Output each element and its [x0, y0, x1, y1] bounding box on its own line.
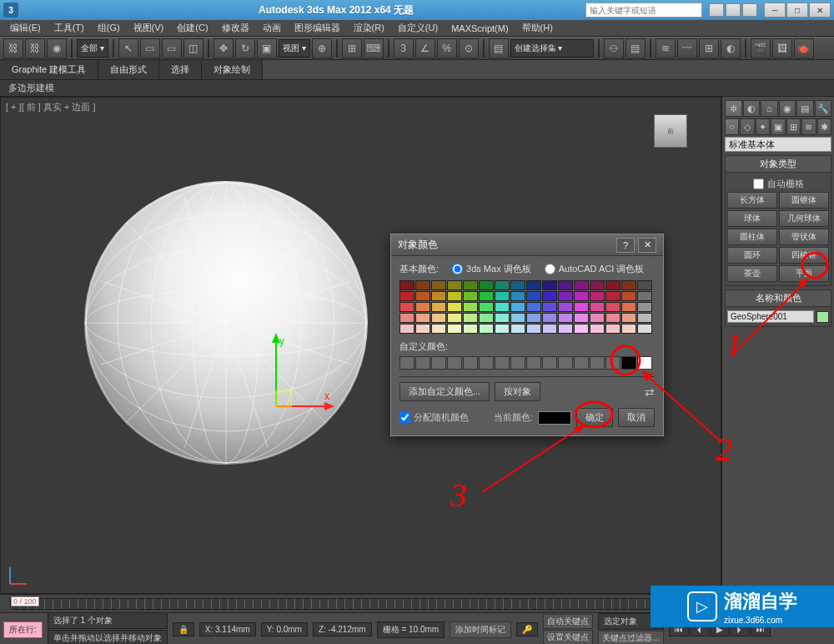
hierarchy-tab-icon[interactable]: ⌂	[761, 100, 778, 117]
current-color-swatch[interactable]	[538, 411, 571, 425]
help-icon[interactable]	[709, 3, 724, 17]
add-custom-button[interactable]: 添加自定义颜色...	[399, 382, 490, 401]
object-color-swatch[interactable]	[816, 311, 829, 323]
menu-item[interactable]: 动画	[256, 22, 288, 34]
add-time-tag-button[interactable]: 添加时间标记	[450, 621, 511, 638]
selection-filter-dropdown[interactable]: 全部 ▾	[77, 39, 108, 58]
autokey-button[interactable]: 自动关键点	[543, 614, 593, 629]
viewport-label[interactable]: [ + ][ 前 ] 真实 + 边面 ]	[6, 101, 96, 113]
object-name-input[interactable]	[727, 310, 814, 323]
close-icon[interactable]: ✕	[638, 238, 656, 253]
display-tab-icon[interactable]: ▤	[796, 100, 814, 117]
rotate-icon[interactable]: ↻	[235, 38, 255, 58]
palette-radio[interactable]	[545, 264, 555, 274]
primitive-button[interactable]: 平面	[779, 265, 829, 282]
mirror-icon[interactable]: ⦵	[604, 38, 624, 58]
cancel-button[interactable]: 取消	[618, 408, 655, 427]
lock-icon[interactable]: 🔒	[173, 622, 194, 636]
select-rect-icon[interactable]: ▭	[162, 38, 182, 58]
autogrid-checkbox[interactable]	[753, 179, 764, 189]
coord-y[interactable]: Y: 0.0mm	[261, 622, 308, 636]
bind-icon[interactable]: ◉	[47, 38, 67, 58]
menu-item[interactable]: 图形编辑器	[288, 22, 347, 34]
palette-radio[interactable]	[452, 264, 463, 274]
select-name-icon[interactable]: ▭	[140, 38, 160, 58]
category-dropdown[interactable]: 标准基本体	[725, 137, 831, 152]
ok-button[interactable]: 确定	[576, 408, 613, 427]
utilities-tab-icon[interactable]: 🔧	[815, 100, 832, 117]
primitive-button[interactable]: 球体	[727, 210, 777, 227]
ribbon-sub[interactable]: 多边形建模	[0, 80, 834, 97]
ribbon-tab[interactable]: 对象绘制	[202, 60, 263, 79]
menu-item[interactable]: 帮助(H)	[515, 22, 560, 34]
modify-tab-icon[interactable]: ◐	[743, 100, 761, 117]
geometry-icon[interactable]: ○	[725, 118, 739, 135]
select-icon[interactable]: ↖	[118, 38, 138, 58]
ref-coord-dropdown[interactable]: 视图 ▾	[279, 39, 310, 58]
unlink-icon[interactable]: ⛓	[25, 38, 45, 58]
user-icon[interactable]	[742, 3, 757, 17]
color-palette[interactable]	[399, 280, 655, 334]
render-setup-icon[interactable]: 🎬	[751, 38, 771, 58]
menu-item[interactable]: 渲染(R)	[347, 22, 391, 34]
coord-x[interactable]: X: 3.114mm	[199, 622, 256, 636]
percent-snap-icon[interactable]: %	[437, 38, 457, 58]
ribbon-tab[interactable]: 选择	[159, 60, 202, 79]
named-selection-dropdown[interactable]: 创建选择集 ▾	[510, 39, 594, 58]
helpers-icon[interactable]: ⊞	[786, 118, 801, 135]
viewcube[interactable]: 前	[654, 114, 687, 148]
scale-icon[interactable]: ▣	[257, 38, 277, 58]
spinner-snap-icon[interactable]: ⊙	[459, 38, 479, 58]
close-button[interactable]: ✕	[809, 3, 831, 18]
move-gizmo[interactable]: y x	[234, 331, 334, 433]
primitive-button[interactable]: 几何球体	[779, 210, 829, 227]
primitive-button[interactable]: 管状体	[779, 229, 829, 245]
ribbon-tab[interactable]: Graphite 建模工具	[0, 60, 98, 79]
maximize-button[interactable]: □	[786, 3, 808, 18]
menu-item[interactable]: 编辑(E)	[3, 22, 48, 34]
render-frame-icon[interactable]: 🖼	[772, 38, 792, 58]
create-tab-icon[interactable]: ✲	[725, 100, 742, 117]
select-window-icon[interactable]: ◫	[183, 38, 203, 58]
cameras-icon[interactable]: ▣	[771, 118, 785, 135]
rollout-header[interactable]: 对象类型	[726, 156, 831, 173]
menu-item[interactable]: 组(G)	[91, 22, 127, 34]
move-icon[interactable]: ✥	[214, 38, 234, 58]
angle-snap-icon[interactable]: ∠	[415, 38, 435, 58]
link-icon[interactable]: ⛓	[3, 38, 23, 58]
primitive-button[interactable]: 圆锥体	[779, 192, 829, 209]
pivot-icon[interactable]: ⊕	[312, 38, 332, 58]
spacewarps-icon[interactable]: ≋	[801, 118, 816, 135]
lights-icon[interactable]: ✦	[756, 118, 770, 135]
help-button[interactable]: ?	[616, 238, 635, 253]
custom-color-row[interactable]	[399, 356, 655, 370]
star-icon[interactable]	[726, 3, 741, 17]
menu-item[interactable]: 视图(V)	[127, 22, 171, 34]
by-object-button[interactable]: 按对象	[495, 382, 540, 401]
primitive-button[interactable]: 长方体	[727, 192, 777, 209]
menu-item[interactable]: MAXScript(M)	[445, 23, 515, 33]
primitive-button[interactable]: 四棱锥	[779, 247, 829, 264]
shapes-icon[interactable]: ◇	[740, 118, 754, 135]
curve-editor-icon[interactable]: 〰	[677, 38, 697, 58]
minimize-button[interactable]: ─	[764, 3, 786, 18]
align-icon[interactable]: ▤	[626, 38, 646, 58]
primitive-button[interactable]: 圆环	[727, 247, 777, 264]
menu-item[interactable]: 创建(C)	[170, 22, 214, 34]
rollout-header[interactable]: 名称和颜色	[726, 290, 831, 307]
schematic-icon[interactable]: ⊞	[699, 38, 719, 58]
motion-tab-icon[interactable]: ◉	[779, 100, 796, 117]
layers-icon[interactable]: ≋	[656, 38, 676, 58]
manip-icon[interactable]: ⊞	[342, 38, 362, 58]
named-sel-icon[interactable]: ▤	[489, 38, 509, 58]
menu-item[interactable]: 修改器	[215, 22, 256, 34]
ribbon-tab[interactable]: 自由形式	[98, 60, 159, 79]
systems-icon[interactable]: ✱	[817, 118, 831, 135]
primitive-button[interactable]: 茶壶	[727, 265, 777, 282]
search-input[interactable]	[585, 3, 702, 18]
material-icon[interactable]: ◐	[721, 38, 741, 58]
menu-item[interactable]: 工具(T)	[48, 22, 91, 34]
primitive-button[interactable]: 圆柱体	[727, 229, 777, 245]
render-icon[interactable]: 🫖	[794, 38, 814, 58]
key-icon[interactable]: 🔑	[516, 622, 538, 636]
